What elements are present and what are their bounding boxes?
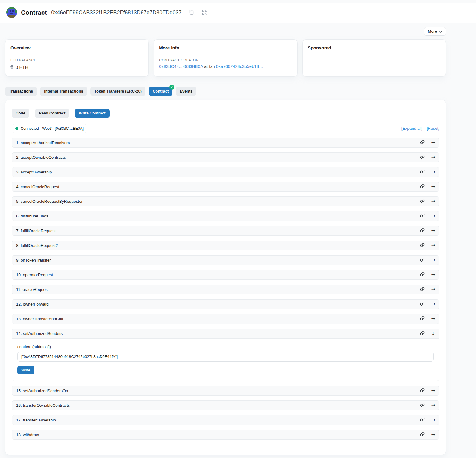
toolbar: More [5, 27, 446, 36]
function-row[interactable]: 7. fulfillOracleRequest → [12, 226, 439, 236]
function-row[interactable]: 5. cancelOracleRequestByRequester → [12, 196, 439, 206]
permalink-icon[interactable] [420, 272, 425, 278]
arrow-right-icon[interactable]: → [431, 316, 435, 321]
connected-wallet-link[interactable]: [0x83dC....BE0A] [55, 126, 84, 131]
more-button[interactable]: More [424, 27, 446, 36]
creator-connector-text: at txn [204, 64, 215, 69]
permalink-icon[interactable] [420, 432, 425, 438]
list-actions: [Expand all] [Reset] [401, 126, 439, 131]
arrow-right-icon[interactable]: → [431, 243, 435, 248]
arrow-right-icon[interactable]: → [431, 403, 435, 408]
permalink-icon[interactable] [420, 301, 425, 307]
function-name: 17. transferOwnership [16, 418, 56, 422]
permalink-icon[interactable] [420, 402, 425, 408]
function-row[interactable]: 6. distributeFunds → [12, 211, 439, 221]
tab-contract[interactable]: Contract ✓ [149, 87, 172, 96]
copy-address-button[interactable] [188, 9, 195, 16]
function-row[interactable]: 17. transferOwnership → [12, 415, 439, 425]
verified-check-icon: ✓ [169, 85, 174, 90]
function-name: 5. cancelOracleRequestByRequester [16, 199, 83, 204]
connection-status-text: Connected - Web3 [21, 126, 52, 131]
eth-balance-value-row: 0 ETH [10, 64, 143, 70]
qr-code-button[interactable] [201, 9, 208, 16]
permalink-icon[interactable] [420, 184, 425, 190]
function-list: 1. acceptAuthorizedReceivers → 2. accept… [12, 138, 439, 440]
function-name: 2. acceptOwnableContracts [16, 155, 66, 160]
permalink-icon[interactable] [420, 154, 425, 160]
function-row[interactable]: 18. withdraw → [12, 430, 439, 440]
arrow-right-icon[interactable]: → [431, 418, 435, 422]
function-name: 16. transferOwnableContracts [16, 403, 70, 408]
tab-read-contract[interactable]: Read Contract [35, 109, 69, 118]
function-row[interactable]: 2. acceptOwnableContracts → [12, 152, 439, 162]
tab-events[interactable]: Events [176, 87, 196, 96]
function-row[interactable]: 13. ownerTransferAndCall → [12, 314, 439, 324]
function-name: 10. operatorRequest [16, 273, 53, 277]
function-row[interactable]: 15. setAuthorizedSendersOn → [12, 386, 439, 396]
function-name: 18. withdraw [16, 433, 39, 437]
function-row[interactable]: 12. ownerForward → [12, 299, 439, 309]
function-row[interactable]: 10. operatorRequest → [12, 270, 439, 280]
permalink-icon[interactable] [420, 213, 425, 219]
page-tabs: Transactions Internal Transactions Token… [5, 87, 446, 96]
function-row[interactable]: 4. cancelOracleRequest → [12, 182, 439, 192]
tab-code[interactable]: Code [12, 109, 29, 118]
tab-write-contract[interactable]: Write Contract [75, 109, 109, 118]
permalink-icon[interactable] [420, 198, 425, 204]
tab-token-transfers[interactable]: Token Transfers (ERC-20) [90, 87, 145, 96]
permalink-icon[interactable] [420, 316, 425, 322]
function-name: 15. setAuthorizedSendersOn [16, 389, 68, 393]
connection-row: Connected - Web3 [0x83dC....BE0A] [Expan… [12, 124, 439, 133]
function-row[interactable]: 11. oracleRequest → [12, 285, 439, 294]
arrow-right-icon[interactable]: → [431, 155, 435, 160]
function-row[interactable]: 1. acceptAuthorizedReceivers → [12, 138, 439, 148]
permalink-icon[interactable] [420, 417, 425, 423]
creation-txn-link[interactable]: 0xa7662428c3b5eb13… [216, 64, 263, 69]
creator-address-link[interactable]: 0x83dC44...4933BE0A [159, 64, 203, 69]
function-row[interactable]: 8. fulfillOracleRequest2 → [12, 241, 439, 250]
more-button-label: More [428, 29, 437, 34]
connection-status-pill: Connected - Web3 [0x83dC....BE0A] [12, 124, 87, 133]
permalink-icon[interactable] [420, 257, 425, 263]
function-name: 1. acceptAuthorizedReceivers [16, 140, 70, 145]
permalink-icon[interactable] [420, 388, 425, 394]
arrow-right-icon[interactable]: → [431, 184, 435, 189]
function-row[interactable]: 9. onTokenTransfer → [12, 255, 439, 265]
arrow-right-icon[interactable]: → [431, 228, 435, 233]
expand-all-link[interactable]: [Expand all] [401, 126, 423, 131]
arrow-right-icon[interactable]: → [431, 214, 435, 218]
param-input[interactable] [17, 352, 434, 362]
chevron-down-icon [439, 29, 442, 34]
write-button[interactable]: Write [17, 366, 34, 374]
reset-link[interactable]: [Reset] [427, 126, 439, 131]
permalink-icon[interactable] [420, 242, 425, 248]
arrow-right-icon[interactable]: → [431, 432, 435, 437]
arrow-right-icon[interactable]: → [431, 140, 435, 145]
function-row-expanded: 14. setAuthorizedSenders ↓ senders (addr… [12, 329, 439, 381]
sponsored-card-title: Sponsored [308, 45, 441, 50]
tab-transactions[interactable]: Transactions [5, 87, 37, 96]
function-row[interactable]: 14. setAuthorizedSenders ↓ [12, 329, 439, 339]
page-title: Contract [21, 9, 47, 16]
sponsored-card: Sponsored [302, 39, 446, 77]
tab-internal-transactions[interactable]: Internal Transactions [40, 87, 87, 96]
contract-sub-tabs: Code Read Contract Write Contract [12, 109, 439, 118]
contract-blockie-avatar [6, 7, 17, 18]
arrow-right-icon[interactable]: → [431, 287, 435, 292]
arrow-down-icon[interactable]: ↓ [431, 331, 435, 336]
permalink-icon[interactable] [420, 286, 425, 292]
arrow-right-icon[interactable]: → [431, 170, 435, 174]
permalink-icon[interactable] [420, 228, 425, 234]
contract-creator-label: CONTRACT CREATOR [159, 58, 292, 62]
arrow-right-icon[interactable]: → [431, 302, 435, 306]
arrow-right-icon[interactable]: → [431, 258, 435, 262]
permalink-icon[interactable] [420, 140, 425, 146]
permalink-icon[interactable] [420, 331, 425, 337]
arrow-right-icon[interactable]: → [431, 388, 435, 393]
contract-creator-row: 0x83dC44...4933BE0A at txn 0xa7662428c3b… [159, 64, 292, 69]
permalink-icon[interactable] [420, 169, 425, 175]
arrow-right-icon[interactable]: → [431, 272, 435, 277]
function-row[interactable]: 3. acceptOwnership → [12, 167, 439, 177]
arrow-right-icon[interactable]: → [431, 199, 435, 204]
function-row[interactable]: 16. transferOwnableContracts → [12, 400, 439, 410]
